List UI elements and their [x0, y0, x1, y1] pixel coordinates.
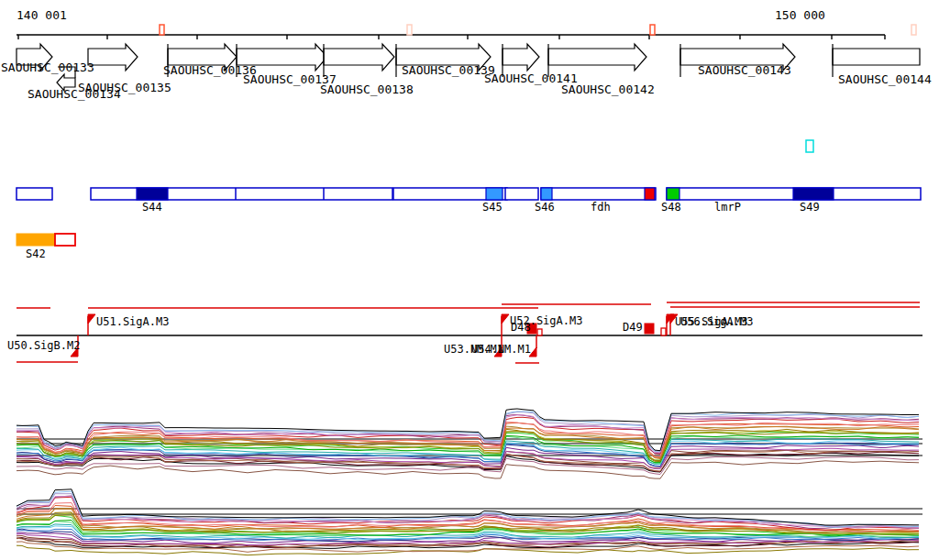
promoter-flag[interactable] — [502, 314, 509, 324]
segment-fill[interactable] — [793, 188, 834, 200]
segment-box[interactable] — [17, 188, 52, 200]
promoter-label: U50.SigB.M2 — [7, 340, 80, 351]
gene-arrow[interactable] — [324, 44, 394, 71]
terminator-marker-faint — [911, 25, 916, 35]
annotation-open-box — [661, 328, 666, 335]
gene-label: SAOUHSC_00139 — [402, 64, 495, 76]
segment-label: S44 — [142, 202, 162, 213]
annotation-open-box — [537, 329, 542, 335]
promoter-label: U56.SigA.M3 — [680, 316, 753, 327]
genome-browser-view: 140 001 150 000 SAOUHSC_00133SAOUHSC_001… — [0, 0, 939, 560]
gene-arrow[interactable] — [833, 49, 920, 65]
segment-box[interactable] — [541, 188, 656, 200]
segment-label: lmrP — [714, 202, 741, 213]
segment-fill[interactable] — [667, 188, 679, 200]
s42-open-segment[interactable] — [55, 234, 75, 246]
terminator-box[interactable] — [645, 324, 654, 334]
promoter-label: U54.NM.M1 — [471, 344, 531, 355]
segment-label: S46 — [535, 202, 555, 213]
segment-label: S48 — [661, 202, 681, 213]
gene-label: SAOUHSC_00144 — [838, 73, 932, 85]
segment-fill[interactable] — [645, 188, 655, 200]
segment-fill[interactable] — [541, 188, 552, 200]
gene-arrow[interactable] — [88, 44, 138, 71]
segment-fill[interactable] — [486, 188, 503, 200]
gene-label: SAOUHSC_00138 — [320, 83, 414, 95]
ruler-end-label: 150 000 — [775, 9, 825, 21]
terminator-marker-faint — [407, 25, 412, 35]
s42-segment[interactable] — [17, 234, 55, 246]
gene-label: SAOUHSC_00143 — [698, 64, 791, 76]
terminator-label: D49 — [623, 322, 643, 333]
ruler-start-label: 140 001 — [17, 9, 67, 21]
gene-label: SAOUHSC_00133 — [1, 61, 94, 73]
segment-label: S45 — [482, 202, 503, 213]
segment-label: S49 — [800, 202, 820, 213]
promoter-label: U51.SigA.M3 — [96, 316, 169, 327]
gene-label: SAOUHSC_00135 — [78, 82, 171, 93]
segment-fill[interactable] — [137, 188, 168, 200]
selection-cursor[interactable] — [806, 140, 813, 152]
terminator-marker — [650, 25, 655, 35]
segment-box[interactable] — [505, 188, 538, 200]
terminator-marker — [160, 25, 164, 35]
s42-label: S42 — [26, 248, 46, 259]
promoter-flag[interactable] — [88, 314, 95, 324]
gene-arrow[interactable] — [503, 44, 539, 71]
segment-label: fdh — [591, 202, 611, 213]
segment-box[interactable] — [91, 188, 392, 200]
gene-arrow[interactable] — [548, 44, 646, 71]
terminator-label: D48 — [511, 322, 531, 333]
gene-label: SAOUHSC_00142 — [561, 83, 655, 95]
